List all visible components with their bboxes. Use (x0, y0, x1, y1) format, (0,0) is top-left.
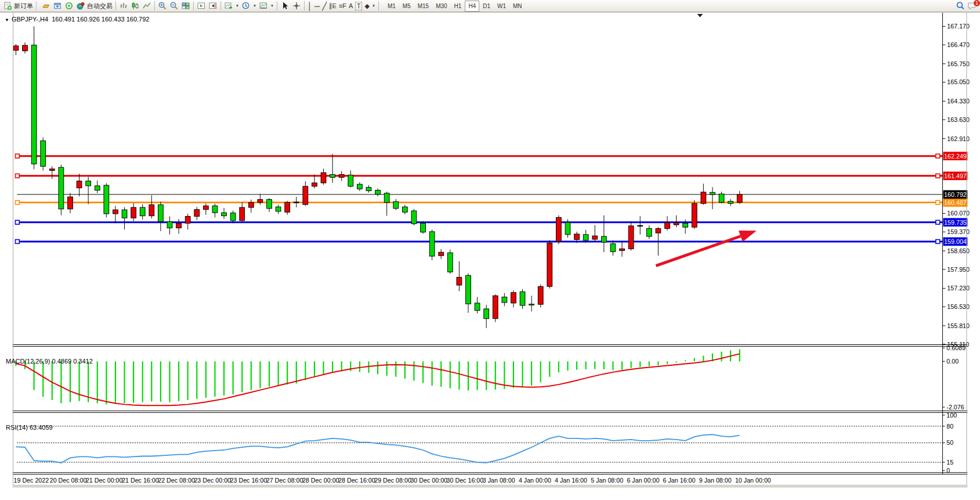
candle (439, 252, 444, 256)
autotrade-button[interactable]: 自动交易 (75, 1, 114, 12)
chart-dropdown-icon[interactable]: ▼ (5, 17, 9, 23)
price-tick-label: 159.370 (947, 228, 970, 235)
candle (692, 203, 697, 227)
line-handle (936, 154, 940, 158)
text-tool[interactable]: A (348, 1, 354, 12)
line-handle (936, 240, 940, 244)
chart-canvas[interactable]: 167.170166.470165.750165.050164.330163.6… (0, 13, 980, 500)
candle (366, 188, 371, 191)
trendline-tool[interactable]: ╱ (321, 1, 328, 12)
timeframe-M15[interactable]: M15 (414, 1, 432, 12)
chart-area[interactable]: 167.170166.470165.750165.050164.330163.6… (0, 13, 980, 500)
autotrade-label: 自动交易 (87, 2, 113, 10)
shapes-tool[interactable]: ◆▼ (363, 1, 376, 12)
vertical-line-tool[interactable]: │ (306, 1, 313, 12)
time-tick-label: 5 Jan 08:00 (591, 477, 623, 484)
auto-scroll-button[interactable] (196, 1, 207, 12)
toolbar-separator (220, 1, 221, 10)
chart-shift-button[interactable] (207, 1, 219, 12)
candle (77, 181, 82, 188)
time-tick-label: 4 Jan 00:00 (519, 477, 551, 484)
depth-of-market-button[interactable] (40, 1, 52, 12)
line-handle (936, 174, 940, 178)
horizontal-line-tool[interactable]: ─ (313, 1, 321, 12)
candle (620, 249, 625, 250)
candle (719, 194, 724, 203)
time-tick-label: 21 Dec 16:00 (122, 477, 159, 484)
candle (402, 207, 407, 212)
candle (592, 236, 598, 239)
indicators-button[interactable]: ▼ (223, 1, 240, 12)
timeframe-H4[interactable]: H4 (465, 1, 479, 12)
bar-chart-button[interactable] (118, 1, 129, 12)
candle (158, 205, 163, 222)
svg-text:15: 15 (946, 459, 953, 466)
zoom-out-button[interactable] (168, 1, 180, 12)
templates-button[interactable]: ▼ (258, 1, 275, 12)
periods-button[interactable]: ▼ (240, 1, 258, 12)
search-icon (956, 1, 965, 10)
toolbar-separator (304, 1, 305, 10)
timeframe-M5[interactable]: M5 (399, 1, 414, 12)
zoom-in-button[interactable] (157, 1, 168, 12)
candle (646, 228, 652, 236)
time-tick-label: 4 Jan 16:00 (555, 477, 587, 484)
price-tick-label: 156.530 (947, 303, 970, 310)
signal-icon (64, 1, 74, 10)
timeframe-M1[interactable]: M1 (384, 1, 399, 12)
candle (601, 236, 606, 242)
cursor-button[interactable] (279, 1, 291, 12)
candle (466, 275, 471, 304)
line-chart-button[interactable] (141, 1, 153, 12)
toolbar-separator (193, 1, 194, 10)
new-order-icon (3, 1, 12, 10)
market-watch-button[interactable] (52, 1, 63, 12)
candle (86, 181, 91, 186)
price-badge-label: 159.735 (944, 219, 967, 226)
candle (248, 203, 254, 208)
time-tick-label: 29 Dec 08:00 (374, 477, 411, 484)
timeframe-W1[interactable]: W1 (494, 1, 509, 12)
new-order-button[interactable]: 新订单 (2, 1, 34, 12)
timeframe-MN[interactable]: MN (509, 1, 526, 12)
candle (113, 210, 118, 214)
channel-tool[interactable]: ∥E (328, 1, 338, 12)
search-button[interactable] (954, 1, 966, 12)
time-tick-label: 20 Dec 08:00 (50, 477, 87, 484)
timeframe-group: M1M5M15M30H1H4D1W1MN (384, 1, 526, 12)
timeframe-D1[interactable]: D1 (479, 1, 494, 12)
candle (68, 197, 73, 209)
signals-button[interactable] (63, 1, 75, 12)
candle (276, 207, 281, 211)
symbol-title[interactable]: ▼GBPJPY-,H4 160.491 160.926 160.433 160.… (5, 16, 149, 23)
channel-icon: ∥E (329, 3, 337, 9)
timeframe-M30[interactable]: M30 (432, 1, 450, 12)
add-indicator-icon (224, 1, 233, 10)
chat-button[interactable]: 1 (966, 1, 978, 12)
candle (49, 169, 55, 171)
price-tick-label: 167.170 (947, 23, 970, 30)
candle (41, 141, 46, 166)
price-badge-label: 162.249 (944, 153, 967, 160)
candle (312, 183, 317, 186)
candle (267, 200, 272, 208)
label-tool[interactable]: T (354, 1, 363, 12)
tile-windows-button[interactable] (180, 1, 191, 12)
toolbar-separator (277, 1, 277, 10)
candle (348, 175, 353, 186)
price-tick-label: 165.050 (947, 78, 970, 85)
candle (23, 45, 28, 51)
fibonacci-tool[interactable]: ≡F (338, 1, 348, 12)
crosshair-button[interactable] (291, 1, 302, 12)
candle (511, 293, 516, 303)
candle (583, 235, 588, 240)
timeframe-H1[interactable]: H1 (451, 1, 465, 12)
candle (384, 193, 389, 203)
candle (502, 297, 507, 303)
price-badge-label: 159.004 (944, 238, 967, 245)
time-tick-label: 9 Jan 08:00 (699, 477, 732, 484)
candle (728, 202, 733, 204)
time-tick-label: 30 Dec 00:00 (410, 477, 447, 484)
candle (610, 244, 616, 252)
candlestick-chart-button[interactable] (129, 1, 141, 12)
